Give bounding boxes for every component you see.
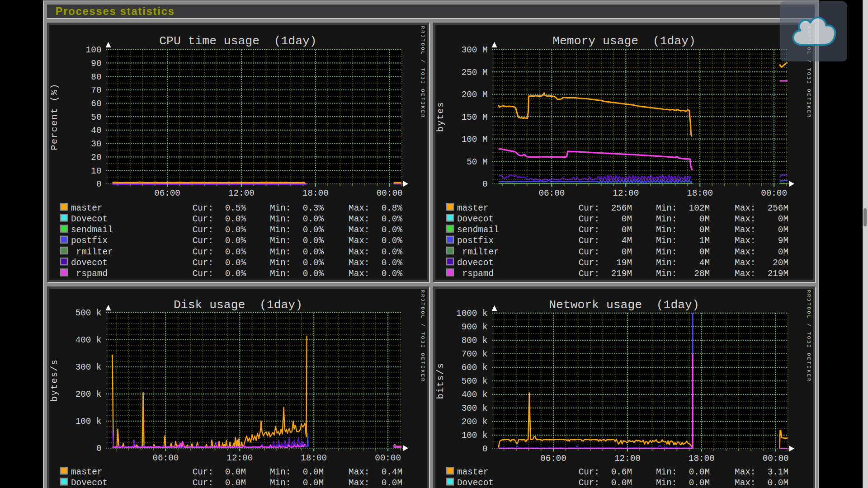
svg-text:0.0%: 0.0% (382, 225, 403, 235)
svg-text:postfix: postfix (71, 236, 108, 246)
svg-text:0M: 0M (622, 214, 632, 224)
svg-text:1000 k: 1000 k (456, 309, 487, 319)
svg-text:Min:: Min: (656, 478, 677, 488)
svg-text:master: master (457, 467, 488, 477)
svg-text:100: 100 (86, 45, 102, 55)
svg-text:sendmail: sendmail (71, 225, 113, 235)
svg-text:00:00: 00:00 (761, 188, 787, 198)
svg-text:Max:: Max: (349, 225, 369, 235)
svg-text:0.4M: 0.4M (382, 467, 402, 477)
svg-text:400 k: 400 k (461, 390, 487, 400)
svg-text:0.0%: 0.0% (303, 236, 324, 246)
svg-text:4M: 4M (699, 258, 710, 267)
svg-text:100 k: 100 k (461, 431, 487, 441)
svg-text:Cur:: Cur: (578, 225, 599, 235)
svg-text:Dovecot: Dovecot (71, 478, 108, 488)
svg-text:4M: 4M (622, 236, 632, 246)
svg-text:0.6M: 0.6M (611, 467, 632, 477)
svg-text:0.0M: 0.0M (689, 478, 709, 488)
svg-text:Cur:: Cur: (578, 269, 599, 279)
svg-text:30: 30 (91, 139, 102, 149)
svg-text:master: master (457, 203, 488, 213)
svg-text:0.0%: 0.0% (225, 247, 246, 257)
svg-text:Cur:: Cur: (578, 478, 599, 488)
svg-text:Min:: Min: (656, 467, 677, 477)
svg-text:rspamd: rspamd (71, 269, 108, 279)
svg-text:Memory usage (1day): Memory usage (1day) (552, 34, 696, 48)
svg-text:0.0%: 0.0% (225, 214, 246, 224)
svg-text:Max:: Max: (349, 236, 369, 246)
svg-text:CPU time usage (1day): CPU time usage (1day) (160, 34, 317, 48)
svg-text:Max:: Max: (735, 236, 755, 246)
svg-text:06:00: 06:00 (540, 453, 566, 463)
svg-text:Min:: Min: (656, 203, 677, 213)
svg-text:Cur:: Cur: (193, 467, 213, 477)
svg-text:Max:: Max: (349, 269, 369, 279)
svg-text:10: 10 (91, 166, 102, 176)
svg-text:0M: 0M (699, 247, 710, 257)
svg-text:Dovecot: Dovecot (71, 214, 108, 224)
svg-text:150 M: 150 M (461, 112, 487, 122)
svg-text:600 k: 600 k (461, 363, 487, 373)
svg-text:200 k: 200 k (75, 389, 102, 399)
svg-text:bytes/s: bytes/s (49, 359, 60, 402)
svg-text:256M: 256M (611, 203, 632, 213)
svg-text:3.1M: 3.1M (767, 467, 788, 477)
svg-text:rmilter: rmilter (71, 247, 113, 257)
svg-text:0.0M: 0.0M (382, 478, 402, 488)
svg-text:Max:: Max: (349, 467, 369, 477)
svg-text:Min:: Min: (656, 258, 677, 267)
svg-text:Cur:: Cur: (578, 203, 599, 213)
svg-text:80: 80 (91, 72, 102, 82)
svg-text:Cur:: Cur: (193, 269, 213, 279)
svg-text:18:00: 18:00 (301, 453, 327, 463)
svg-text:RRDTOOL / TOBI OETIKER: RRDTOOL / TOBI OETIKER (420, 26, 425, 118)
svg-text:Max:: Max: (735, 258, 755, 267)
svg-text:0.0%: 0.0% (225, 258, 246, 267)
svg-text:postfix: postfix (457, 236, 494, 246)
svg-text:0M: 0M (699, 214, 710, 224)
svg-text:0.0%: 0.0% (303, 214, 324, 224)
svg-text:0.0%: 0.0% (382, 258, 403, 267)
svg-text:Min:: Min: (270, 214, 291, 224)
svg-text:RRDTOOL / TOBI OETIKER: RRDTOOL / TOBI OETIKER (806, 290, 811, 382)
svg-text:Max:: Max: (735, 467, 755, 477)
svg-text:bits/s: bits/s (435, 362, 446, 399)
svg-text:Max:: Max: (735, 214, 755, 224)
svg-text:Max:: Max: (349, 203, 369, 213)
svg-text:0.0M: 0.0M (225, 467, 246, 477)
svg-text:00:00: 00:00 (375, 453, 401, 463)
svg-text:20: 20 (91, 153, 102, 163)
svg-text:dovecot: dovecot (457, 258, 494, 267)
svg-text:Min:: Min: (656, 247, 677, 257)
svg-text:Max:: Max: (349, 214, 369, 224)
svg-text:1M: 1M (699, 236, 710, 246)
svg-text:06:00: 06:00 (154, 188, 180, 198)
svg-text:Cur:: Cur: (193, 258, 213, 267)
svg-text:rmilter: rmilter (457, 247, 499, 257)
svg-text:Max:: Max: (349, 478, 369, 488)
svg-text:Network usage (1day): Network usage (1day) (549, 298, 699, 312)
svg-text:Max:: Max: (349, 258, 369, 267)
svg-text:0.5%: 0.5% (225, 203, 246, 213)
svg-text:Cur:: Cur: (578, 467, 599, 477)
svg-text:12:00: 12:00 (613, 188, 639, 198)
svg-text:00:00: 00:00 (762, 453, 788, 463)
svg-text:Cur:: Cur: (193, 236, 213, 246)
svg-text:0.0%: 0.0% (225, 225, 246, 235)
svg-text:0.0M: 0.0M (767, 478, 788, 488)
svg-text:90: 90 (91, 59, 102, 69)
svg-text:0.0%: 0.0% (303, 247, 324, 257)
svg-text:219M: 219M (767, 269, 788, 279)
svg-text:sendmail: sendmail (457, 225, 499, 235)
svg-text:0.0M: 0.0M (225, 478, 246, 488)
svg-text:0.0%: 0.0% (382, 269, 403, 279)
svg-text:256M: 256M (767, 203, 788, 213)
svg-text:200 M: 200 M (461, 90, 487, 100)
svg-text:400 k: 400 k (75, 335, 102, 345)
svg-text:0.8%: 0.8% (382, 203, 403, 213)
svg-text:500 k: 500 k (75, 308, 102, 318)
svg-text:Min:: Min: (270, 269, 291, 279)
svg-text:Max:: Max: (735, 478, 755, 488)
svg-text:250 M: 250 M (461, 67, 487, 77)
